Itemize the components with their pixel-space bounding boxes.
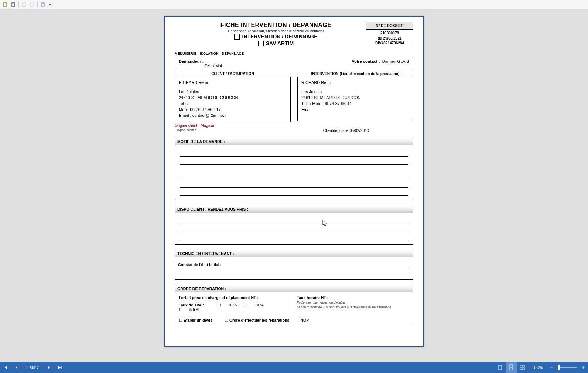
client-col-title: CLIENT / FACTURATION bbox=[175, 71, 291, 77]
svg-rect-3 bbox=[23, 3, 25, 3]
client-addr1: Les Joinies bbox=[179, 89, 287, 95]
doc-title: FICHE INTERVENTION / DEPANNAGE bbox=[186, 22, 366, 28]
interv-fax: Fax : bbox=[301, 107, 409, 113]
client-mob: Mob : 06-76-37-96-44 / bbox=[179, 107, 287, 113]
single-page-view-button[interactable] bbox=[495, 362, 506, 373]
client-email: Email : contact@r2immo.fr bbox=[179, 113, 287, 119]
contact-label: Votre contact : bbox=[352, 59, 380, 68]
tech-box: Constat de l'état initial : bbox=[175, 257, 413, 280]
option-sav: SAV ARTIM bbox=[266, 40, 294, 46]
section-motif: MOTIF DE LA DEMANDE : bbox=[175, 138, 413, 145]
origin-label: Origine client : bbox=[175, 123, 199, 128]
bottom-bar: 1 sur 2 100% − + bbox=[0, 362, 588, 373]
svg-rect-13 bbox=[510, 368, 513, 370]
next-page-button[interactable] bbox=[43, 362, 54, 373]
prev-page-button[interactable] bbox=[11, 362, 22, 373]
tva-55: 5,5 % bbox=[189, 307, 199, 312]
dossier-box: N° DE DOSSIER 210300078 du 29/03/2021 DI… bbox=[366, 22, 413, 47]
toolbar-separator bbox=[18, 1, 19, 7]
svg-rect-4 bbox=[31, 3, 34, 6]
zoom-in-button[interactable]: + bbox=[578, 362, 588, 373]
demandeur-label: Demandeur : bbox=[179, 59, 204, 64]
company-line: MENUISERIE - ISOLATION - DEPANNAGE bbox=[175, 52, 413, 55]
doc-subtitle: Dépannage, réparation, entretien dans le… bbox=[186, 29, 366, 33]
client-tel: Tel : / bbox=[179, 101, 287, 107]
origin-value: Magasin bbox=[201, 123, 215, 128]
interv-addr2: 24610 ST MEARD DE GURCON bbox=[301, 95, 409, 101]
section-tech: TECHNICIEN / INTERVENANT : bbox=[175, 250, 413, 257]
client-box: RICHARD Rémi Les Joinies 24610 ST MEARD … bbox=[175, 77, 291, 122]
svg-rect-16 bbox=[520, 368, 522, 370]
export-icon[interactable] bbox=[10, 1, 17, 8]
effectuer-label: Ordre d'effectuer les réparations bbox=[229, 318, 289, 322]
svg-rect-7 bbox=[42, 4, 44, 4]
origin-sub: Origine client : bbox=[175, 128, 196, 133]
dossier-header: N° DE DOSSIER bbox=[366, 22, 413, 30]
demandeur-tel: Tel : / Mob : bbox=[179, 64, 352, 68]
clipboard-icon[interactable] bbox=[20, 1, 28, 8]
dispo-box bbox=[175, 213, 413, 245]
client-name: RICHARD Rémi bbox=[179, 80, 287, 86]
dossier-date: du 29/03/2021 bbox=[366, 36, 413, 41]
page: FICHE INTERVENTION / DEPANNAGE Dépannage… bbox=[164, 16, 424, 347]
checkbox-intervention[interactable] bbox=[234, 34, 240, 40]
toolbar-separator bbox=[37, 1, 38, 7]
interv-addr1: Les Joinies bbox=[301, 89, 409, 95]
section-ordre: ORDRE DE REPARATION : bbox=[175, 285, 413, 292]
interv-col-title: INTERVENTION (Lieu d'execution de la pre… bbox=[297, 71, 413, 77]
client-addr2: 24610 ST MEARD DE GURCON bbox=[179, 95, 287, 101]
zoom-level: 100% bbox=[528, 365, 547, 370]
document-viewport[interactable]: FICHE INTERVENTION / DEPANNAGE Dépannage… bbox=[0, 9, 588, 362]
svg-rect-10 bbox=[49, 4, 51, 5]
last-page-button[interactable] bbox=[54, 362, 65, 373]
new-doc-icon[interactable] bbox=[1, 1, 9, 8]
zoom-slider[interactable] bbox=[556, 362, 578, 373]
ordre-box: Forfait prise en charge et déplacement H… bbox=[175, 292, 413, 323]
page-indicator: 1 sur 2 bbox=[22, 365, 43, 370]
dossier-number: 210300078 bbox=[366, 31, 413, 36]
first-page-button[interactable] bbox=[0, 362, 11, 373]
forfait-label: Forfait prise en charge et déplacement H… bbox=[179, 295, 297, 300]
tva-20: 20 % bbox=[228, 303, 237, 307]
ordre-note1: Facturation par heure non divisible bbox=[297, 300, 409, 305]
section-dispo: DISPO CLIENT / RENDEZ VOUS PRIS : bbox=[175, 206, 413, 213]
intervention-box: RICHARD Rémi Les Joinies 24610 ST MEARD … bbox=[297, 77, 413, 121]
nom-label: NOM bbox=[293, 318, 409, 322]
continuous-view-button[interactable] bbox=[506, 362, 517, 373]
svg-rect-15 bbox=[523, 365, 524, 367]
taux-horaire-label: Taux horaire HT : bbox=[297, 295, 409, 300]
dossier-ref: DIV40214786284 bbox=[366, 41, 413, 46]
interv-tel: Tel : / Mob : 06-76-37-96-44 bbox=[301, 101, 409, 107]
fit-width-icon[interactable] bbox=[47, 1, 55, 8]
svg-rect-14 bbox=[520, 365, 522, 367]
single-page-icon[interactable] bbox=[39, 1, 47, 8]
contact-value: Damien GLAIS bbox=[382, 59, 409, 68]
svg-rect-17 bbox=[523, 368, 524, 370]
devis-label: Etablir un devis bbox=[184, 318, 212, 322]
interv-name: RICHARD Rémi bbox=[301, 80, 409, 86]
svg-rect-6 bbox=[42, 3, 44, 4]
svg-rect-9 bbox=[49, 4, 51, 4]
top-toolbar bbox=[0, 0, 588, 9]
option-intervention: INTERVENTION / DEPANNAGE bbox=[242, 34, 317, 40]
page-icon[interactable] bbox=[28, 1, 36, 8]
client-since: Clientdepuis le 05/02/2010 bbox=[323, 128, 369, 133]
motif-box bbox=[175, 145, 413, 200]
svg-rect-11 bbox=[499, 365, 502, 370]
tva-10: 10 % bbox=[255, 303, 264, 307]
tva-label: Taux de TVA : bbox=[179, 303, 204, 307]
grid-view-button[interactable] bbox=[517, 362, 528, 373]
zoom-out-button[interactable]: − bbox=[547, 362, 556, 373]
checkbox-sav[interactable] bbox=[258, 41, 264, 46]
constat-label: Constat de l'état initial : bbox=[178, 262, 222, 267]
ordre-note2: Les taux réduit de TVA sont soumis à la … bbox=[297, 305, 409, 309]
svg-rect-12 bbox=[510, 365, 513, 367]
